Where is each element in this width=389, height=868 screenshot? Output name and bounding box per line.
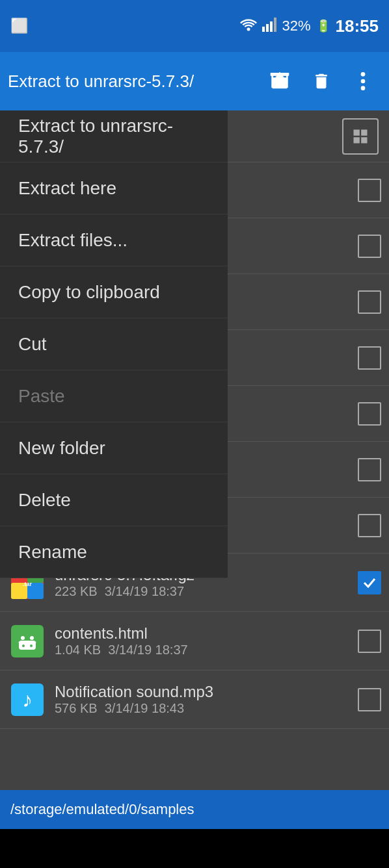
checkbox-file-1[interactable]: [358, 571, 381, 594]
checkbox-file-2[interactable]: [358, 630, 381, 653]
svg-point-20: [30, 645, 33, 647]
toolbar-actions: [262, 63, 381, 99]
checkbox-7[interactable]: [358, 514, 381, 537]
battery-icon: 🔋: [316, 19, 330, 33]
file-info-2: contents.html 1.04 KB 3/14/19 18:37: [55, 624, 358, 657]
menu-item-rename[interactable]: Rename: [0, 526, 228, 578]
svg-point-8: [361, 86, 366, 90]
checkbox-1[interactable]: [358, 179, 381, 202]
path-text: /storage/emulated/0/samples: [10, 801, 194, 818]
notification-icon: ⬜: [10, 18, 28, 34]
checkbox-3[interactable]: [358, 290, 381, 314]
status-bar: ⬜ 32% 🔋 18:55: [0, 0, 389, 52]
menu-item-extract-to[interactable]: Extract to unrarsrc-5.7.3/: [0, 110, 228, 162]
delete-button[interactable]: [303, 63, 340, 99]
svg-point-7: [361, 79, 366, 84]
context-menu: Extract to unrarsrc-5.7.3/ Extract here …: [0, 110, 228, 578]
battery-text: 32%: [282, 18, 310, 34]
checkbox-5[interactable]: [358, 402, 381, 426]
svg-rect-4: [274, 18, 276, 32]
menu-item-delete[interactable]: Delete: [0, 474, 228, 526]
svg-text:♪: ♪: [22, 688, 33, 711]
file-icon-music: ♪: [8, 680, 47, 719]
more-options-button[interactable]: [345, 63, 381, 99]
file-meta-1: 223 KB 3/14/19 18:37: [55, 584, 358, 599]
file-info-3: Notification sound.mp3 576 KB 3/14/19 18…: [55, 683, 358, 716]
file-name-2: contents.html: [55, 624, 358, 643]
file-meta-3: 576 KB 3/14/19 18:43: [55, 701, 358, 716]
svg-text:.tar: .tar: [23, 581, 33, 587]
menu-item-new-folder[interactable]: New folder: [0, 422, 228, 474]
checkbox-2[interactable]: [358, 235, 381, 258]
checkbox-4[interactable]: [358, 346, 381, 370]
file-item-3[interactable]: ♪ Notification sound.mp3 576 KB 3/14/19 …: [0, 670, 389, 729]
toolbar-title: Extract to unrarsrc-5.7.3/: [8, 71, 262, 92]
file-meta-2: 1.04 KB 3/14/19 18:37: [55, 643, 358, 657]
file-content-3: ♪ Notification sound.mp3 576 KB 3/14/19 …: [8, 680, 358, 719]
checkbox-file-3[interactable]: [358, 688, 381, 711]
svg-rect-1: [262, 27, 265, 32]
menu-item-paste[interactable]: Paste: [0, 370, 228, 422]
svg-rect-2: [266, 24, 269, 32]
file-icon-android: [8, 622, 47, 661]
archive-upload-button[interactable]: [262, 63, 298, 99]
signal-icon: [262, 18, 276, 35]
svg-point-16: [21, 636, 25, 640]
file-name-3: Notification sound.mp3: [55, 683, 358, 701]
menu-item-copy-clipboard[interactable]: Copy to clipboard: [0, 266, 228, 318]
svg-point-0: [247, 27, 250, 31]
menu-item-extract-files[interactable]: Extract files...: [0, 214, 228, 266]
menu-item-cut[interactable]: Cut: [0, 318, 228, 370]
svg-rect-3: [270, 21, 273, 32]
grid-view-button[interactable]: [342, 118, 379, 155]
svg-point-17: [30, 636, 34, 640]
status-bar-left: ⬜: [10, 18, 28, 34]
file-content-2: contents.html 1.04 KB 3/14/19 18:37: [8, 622, 358, 661]
svg-point-19: [22, 645, 25, 647]
wifi-icon: [240, 18, 257, 34]
toolbar: Extract to unrarsrc-5.7.3/: [0, 52, 389, 110]
svg-point-6: [361, 72, 366, 77]
svg-rect-18: [19, 641, 36, 650]
file-item-2[interactable]: contents.html 1.04 KB 3/14/19 18:37: [0, 612, 389, 670]
path-bar: /storage/emulated/0/samples: [0, 790, 389, 829]
time-display: 18:55: [336, 16, 379, 36]
checkbox-6[interactable]: [358, 458, 381, 481]
main-content: Device storage 2 GB / 11.7 GB 3/14/19 18…: [0, 110, 389, 829]
status-bar-right: 32% 🔋 18:55: [240, 16, 379, 36]
menu-item-extract-here[interactable]: Extract here: [0, 162, 228, 214]
